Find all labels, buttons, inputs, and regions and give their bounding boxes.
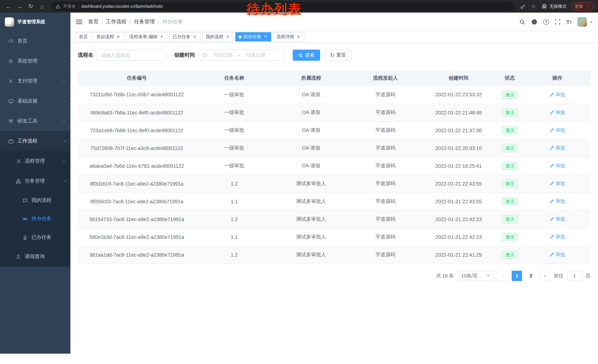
sidebar-item-home[interactable]: 首页 (0, 31, 70, 51)
approve-link[interactable]: 审批 (549, 127, 565, 134)
cell-created: 2022-01-21 22:42:23 (422, 228, 496, 246)
cell-task-id: 75d72608-7b7f-11ec-a3c8-acde48001122 (78, 139, 196, 157)
page-size-select[interactable]: 10条/页 (457, 270, 494, 281)
approve-link[interactable]: 审批 (549, 91, 565, 98)
avatar[interactable] (577, 17, 587, 27)
close-icon[interactable]: × (263, 34, 268, 39)
sidebar-item-infra[interactable]: 基础设施 › (0, 91, 70, 111)
cell-task-name: 一级审批 (196, 121, 273, 139)
cell-created: 2022-01-22 20:33:10 (422, 139, 496, 157)
cell-starter: 芋道源码 (349, 104, 422, 121)
browser-home-icon[interactable]: ⌂ (37, 1, 47, 11)
chevron-down-icon: › (62, 60, 67, 62)
status-badge: 激活 (502, 126, 518, 134)
tab-todo-task[interactable]: 待办任务 × (235, 32, 271, 41)
fullscreen-icon[interactable] (555, 19, 561, 25)
cell-status: 激活 (496, 157, 524, 175)
yen-icon: ¥ (8, 78, 14, 84)
breadcrumb-item[interactable]: 任务管理 (134, 18, 155, 25)
avatar-caret-icon[interactable]: ▾ (590, 19, 592, 24)
status-badge: 激活 (502, 108, 518, 117)
search-icon[interactable] (519, 19, 525, 25)
sidebar-item-task-mgmt[interactable]: 任务管理 › (0, 171, 70, 191)
font-size-icon[interactable]: TT (566, 19, 572, 25)
approve-link[interactable]: 审批 (549, 234, 565, 240)
app-logo-row[interactable]: 芋道管理系统 (0, 13, 70, 31)
page-button-2[interactable]: 2 (526, 270, 536, 281)
sidebar-collapse-icon[interactable] (76, 19, 82, 24)
header-starter: 流程发起人 (349, 70, 422, 86)
sidebar-item-payment[interactable]: ¥ 支付管理 › (0, 71, 70, 91)
approve-link[interactable]: 审批 (549, 251, 565, 258)
cell-task-name: 一级审批 (196, 139, 273, 157)
browser-menu-icon[interactable]: ⋮ (586, 4, 590, 9)
browser-reload-icon[interactable]: ↻ (26, 1, 36, 11)
close-icon[interactable]: × (159, 34, 164, 39)
sidebar-item-devtools[interactable]: ⚒ 研发工具 › (0, 111, 70, 131)
update-button[interactable]: 更新 ⋮ (571, 2, 594, 11)
goto-page-input[interactable] (567, 270, 582, 281)
breadcrumb-item[interactable]: 首页 (88, 18, 99, 25)
cell-task-id: 8f059c03-7ac8-11ec-a9e2-a2380e71991a (78, 193, 196, 210)
browser-back-icon[interactable]: ← (4, 1, 13, 11)
page-button-1[interactable]: 1 (512, 270, 522, 281)
omnibox-divider (78, 4, 79, 9)
chat-icon (22, 198, 28, 203)
close-icon[interactable]: × (296, 34, 301, 39)
edit-icon (549, 146, 554, 151)
cell-created: 2022-01-22 21:37:30 (422, 121, 496, 139)
process-name-input[interactable] (97, 50, 166, 61)
sidebar-item-todo-task[interactable]: 待办任务 (0, 210, 70, 228)
github-icon[interactable] (531, 18, 538, 25)
pagination: 共 16 条 10条/页 ‹ 1 2 › 前往 页 (78, 270, 590, 281)
sidebar-item-leave-query[interactable]: 请假查询 (0, 247, 70, 267)
help-icon[interactable]: ? (543, 19, 549, 25)
key-icon[interactable] (520, 4, 526, 9)
sidebar-item-system[interactable]: ⚙ 系统管理 › (0, 51, 70, 71)
prev-page-button[interactable]: ‹ (498, 270, 508, 281)
breadcrumb-item[interactable]: 工作流程 (106, 18, 127, 25)
close-icon[interactable]: × (192, 34, 197, 39)
tab-done-task[interactable]: 已办任务 × (169, 32, 200, 41)
edit-icon (549, 199, 554, 204)
header-task-name: 任务名称 (196, 70, 273, 86)
main-area: 首页 / 工作流程 / 任务管理 / 待办任务 (70, 13, 598, 354)
cell-actions: 审批 (524, 175, 590, 193)
sidebar-item-my-process[interactable]: 我的流程 (0, 191, 70, 210)
approve-link[interactable]: 审批 (549, 198, 565, 205)
search-button[interactable]: 搜索 (293, 50, 320, 61)
briefcase-icon (8, 138, 14, 144)
sidebar-item-workflow[interactable]: 工作流程 › (0, 131, 70, 151)
tag-view-bar: 首页 发起流程 × 流程表单-编辑 × 已办任务 × 我的流程 × (70, 31, 598, 43)
list-icon (15, 158, 22, 164)
tab-process-detail[interactable]: 流程详情 × (273, 32, 304, 41)
reset-button[interactable]: ↻ 重置 (324, 50, 351, 61)
process-name-label: 流程名 (78, 52, 93, 58)
cell-process: OA 请假 (273, 157, 349, 175)
browser-forward-icon[interactable]: → (15, 1, 25, 11)
cell-task-name: 1.2 (196, 246, 273, 264)
next-page-button[interactable]: › (540, 270, 550, 281)
cell-actions: 审批 (524, 104, 590, 121)
eye-icon (22, 216, 28, 222)
approve-link[interactable]: 审批 (549, 109, 565, 116)
approve-link[interactable]: 审批 (549, 216, 565, 223)
bookmark-star-icon[interactable]: ☆ (530, 1, 537, 11)
date-range-picker[interactable]: 开始日期 - 结束日期 (199, 50, 284, 61)
sidebar-item-done-task[interactable]: 已办任务 (0, 228, 70, 247)
tab-home[interactable]: 首页 (75, 32, 91, 41)
calendar-icon (202, 53, 208, 58)
sidebar-item-process-mgmt[interactable]: 流程管理 › (0, 151, 70, 171)
cell-status: 激活 (496, 86, 524, 104)
tab-form-edit[interactable]: 流程表单-编辑 × (126, 32, 167, 41)
close-icon[interactable]: × (225, 34, 230, 39)
approve-link[interactable]: 审批 (549, 162, 565, 169)
close-icon[interactable]: × (116, 34, 121, 39)
cell-task-name: 一级审批 (196, 157, 273, 175)
approve-link[interactable]: 审批 (549, 145, 565, 152)
cell-actions: 审批 (524, 157, 590, 175)
tab-start-process[interactable]: 发起流程 × (93, 32, 124, 41)
approve-link[interactable]: 审批 (549, 180, 565, 187)
page-unit-label: 页 (586, 272, 590, 279)
tab-my-process[interactable]: 我的流程 × (202, 32, 233, 41)
